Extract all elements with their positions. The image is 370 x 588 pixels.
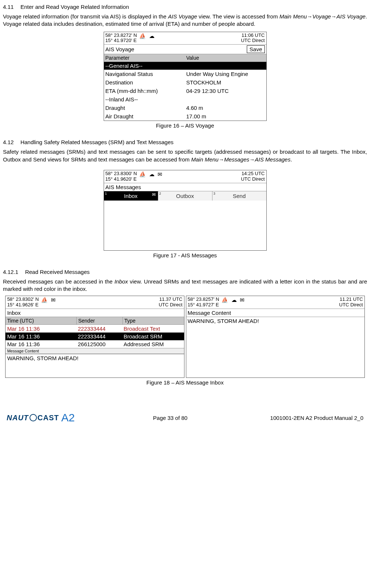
doc-id: 1001001-2EN A2 Product Manual 2_0 (253, 415, 363, 421)
logo-naut: NAUT (7, 414, 29, 422)
fig17-body (104, 201, 266, 250)
heading-4-12-1: 4.12.1 Read Received Messages (3, 269, 367, 275)
boat-icon: ⛵ (139, 33, 146, 39)
fig18r-mode: UTC Direct (339, 302, 363, 308)
table-row[interactable]: DestinationSTOCKHOLM (104, 78, 266, 87)
page-footer: NAUT CAST A2 Page 33 of 80 1001001-2EN A… (3, 411, 367, 424)
table-row[interactable]: Navigational StatusUnder Way Using Engin… (104, 70, 266, 78)
fig17-caption: Figure 17 - AIS Messages (3, 252, 367, 258)
param-cell: --Inland AIS-- (104, 95, 185, 103)
fig18l-statusbar: 58° 23.8302' N 15° 41.9626' E ⛵ ✉ 11.37 … (6, 296, 184, 309)
tab-send[interactable]: 3Send (212, 191, 266, 201)
heading-title: Enter and Read Voyage Related Informatio… (20, 4, 129, 10)
value-cell (185, 95, 272, 103)
fig17-device: 58° 23.8300' N 15° 41.9620' E ⛵ ☁ ✉ 14:2… (104, 170, 267, 251)
cloud-icon: ☁ (231, 297, 237, 303)
inbox-row[interactable]: Mar 16 11:36222333444Broadcast SRM (6, 333, 184, 340)
heading-4-11: 4.11 Enter and Read Voyage Related Infor… (3, 4, 367, 10)
logo-a2: A2 (61, 411, 75, 424)
mail-icon: ✉ (152, 192, 156, 197)
value-cell: 04-29 12:30 UTC (185, 87, 272, 95)
heading-title: Handling Safety Related Messages (SRM) a… (20, 139, 173, 145)
mail-icon: ✉ (240, 297, 245, 303)
save-button[interactable]: Save (247, 45, 264, 53)
heading-num: 4.12 (3, 139, 14, 145)
value-cell: 17.00 m (185, 112, 272, 120)
para-4-11: Voyage related information (for transmit… (3, 13, 367, 28)
fig18l-title: Inbox (7, 310, 182, 316)
table-row[interactable]: ETA (mm-dd hh::mm)04-29 12:30 UTC (104, 87, 266, 95)
logo-badge-icon (30, 414, 37, 421)
fig16-time: 11:06 UTC (241, 33, 264, 38)
fig18l-lon: 15° 41.9626' E (7, 302, 39, 308)
mail-icon: ✉ (51, 297, 56, 303)
fig18l-lat: 58° 23.8302' N (7, 297, 39, 302)
fig16-device: 58° 23.8272' N 15° 41.9720' E ⛵ ☁ 11:06 … (104, 32, 267, 121)
table-row[interactable]: Air Draught17.00 m (104, 112, 266, 121)
heading-num: 4.11 (3, 4, 14, 10)
tab-label: Outbox (176, 193, 194, 199)
value-cell: 4.60 m (185, 104, 272, 112)
para-4-12-1: Received messages can be accessed in the… (3, 278, 367, 293)
fig17-lat: 58° 23.8300' N (106, 171, 137, 177)
cloud-icon: ☁ (149, 171, 155, 177)
param-cell: Navigational Status (104, 70, 185, 78)
heading-4-12: 4.12 Handling Safety Related Messages (S… (3, 139, 367, 145)
param-cell: Draught (104, 104, 185, 112)
fig17-tabs: 1Inbox✉2Outbox3Send (104, 191, 266, 201)
fig18l-header: Time (UTC) Sender Type (6, 317, 184, 325)
page-number: Page 33 of 80 (88, 415, 253, 421)
tab-outbox[interactable]: 2Outbox (158, 191, 212, 201)
fig16-hdr-param: Parameter (104, 54, 185, 62)
brand-logo: NAUT CAST A2 (7, 411, 88, 424)
fig18-caption: Figure 18 – AIS Message Inbox (3, 379, 367, 386)
table-row[interactable]: --Inland AIS-- (104, 95, 266, 104)
fig17-time: 14:25 UTC (241, 171, 264, 177)
fig18r-time: 11.21 UTC (339, 297, 363, 302)
hdr-type: Type (123, 317, 194, 324)
fig17-title: AIS Messages (106, 184, 265, 190)
fig16-title: AIS Voyage (106, 46, 247, 52)
table-row[interactable]: Draught4.60 m (104, 104, 266, 112)
value-cell: Under Way Using Engine (185, 70, 272, 78)
fig18l-mode: UTC Direct (159, 302, 182, 308)
fig16-caption: Figure 16 – AIS Voyage (3, 122, 367, 129)
fig18r-statusbar: 58° 23.8257' N 15° 41.9727' E ⛵ ☁ ✉ 11.2… (186, 296, 364, 309)
fig16-statusbar: 58° 23.8272' N 15° 41.9720' E ⛵ ☁ 11:06 … (104, 32, 266, 45)
boat-icon: ⛵ (139, 171, 146, 177)
fig18-left-device: 58° 23.8302' N 15° 41.9626' E ⛵ ✉ 11.37 … (5, 296, 184, 378)
inbox-row[interactable]: Mar 16 11:36266125000Addressed SRM (6, 340, 184, 348)
heading-title: Read Received Messages (25, 269, 90, 275)
msg-content-text: WARNING, STORM AHEAD! (6, 354, 184, 373)
fig18r-lat: 58° 23.8257' N (188, 297, 219, 302)
fig17-lon: 15° 41.9620' E (106, 177, 137, 182)
fig16-group-row[interactable]: --General AIS-- (104, 62, 266, 70)
fig17-statusbar: 58° 23.8300' N 15° 41.9620' E ⛵ ☁ ✉ 14:2… (104, 170, 266, 183)
tab-label: Send (233, 193, 246, 199)
mail-icon: ✉ (158, 171, 162, 177)
fig18r-text: WARNING, STORM AHEAD! (186, 317, 364, 377)
param-cell: Destination (104, 79, 185, 86)
fig16-lon: 15° 41.9720' E (106, 38, 137, 44)
boat-icon: ⛵ (221, 297, 228, 303)
para-4-12: Safety related messages (SRMs) and text … (3, 148, 367, 163)
msg-content-label: Message Content (6, 348, 184, 354)
fig16-mode: UTC Direct (241, 38, 264, 44)
fig16-hdr-value: Value (185, 54, 272, 62)
fig17-mode: UTC Direct (241, 177, 264, 182)
fig18r-lon: 15° 41.9727' E (188, 302, 219, 308)
value-cell: STOCKHOLM (185, 79, 272, 86)
fig18-right-device: 58° 23.8257' N 15° 41.9727' E ⛵ ☁ ✉ 11.2… (186, 296, 365, 378)
fig16-rows: Navigational StatusUnder Way Using Engin… (104, 70, 266, 121)
tab-inbox[interactable]: 1Inbox✉ (104, 191, 158, 201)
param-cell: ETA (mm-dd hh::mm) (104, 87, 185, 95)
fig16-table-header: Parameter Value (104, 54, 266, 62)
inbox-row[interactable]: Mar 16 11:36222333444Broadcast Text (6, 325, 184, 333)
hdr-time: Time (UTC) (6, 317, 77, 324)
heading-num: 4.12.1 (3, 269, 18, 275)
fig18l-time: 11.37 UTC (159, 297, 182, 302)
fig18r-title: Message Content (186, 309, 364, 317)
boat-icon: ⛵ (41, 297, 48, 303)
param-cell: Air Draught (104, 112, 185, 120)
cloud-icon: ☁ (149, 33, 155, 39)
